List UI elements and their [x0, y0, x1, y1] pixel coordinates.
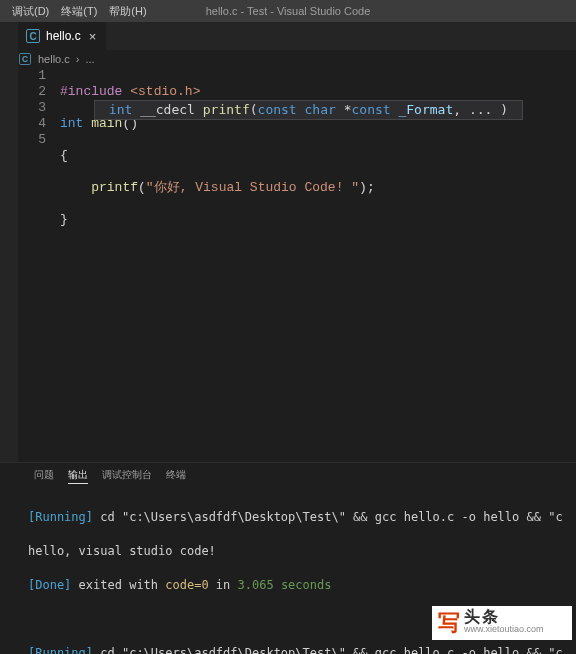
code-token: int	[60, 116, 83, 131]
term-text: exited with	[71, 578, 165, 592]
panel-tab-debug[interactable]: 调试控制台	[102, 467, 152, 484]
watermark-url: www.xietoutiao.com	[464, 623, 544, 635]
hint-token: const	[258, 102, 297, 117]
watermark-title: 头条	[464, 611, 544, 623]
line-number: 4	[18, 116, 46, 132]
panel-tab-problems[interactable]: 问题	[34, 467, 54, 484]
term-text: cd "c:\Users\asdfdf\Desktop\Test\" && gc…	[93, 646, 563, 654]
breadcrumb-more: ...	[85, 53, 94, 65]
panel-tab-terminal[interactable]: 终端	[166, 467, 186, 484]
editor-tabs: C hello.c ×	[0, 22, 576, 50]
line-number: 2	[18, 84, 46, 100]
hint-token: , ... )	[453, 102, 516, 117]
code-indent	[60, 180, 91, 195]
breadcrumb-file: hello.c	[38, 53, 70, 65]
panel-tabs: 问题 输出 调试控制台 终端	[0, 463, 576, 488]
menu-terminal[interactable]: 终端(T)	[55, 4, 103, 19]
code-token: <stdio.h>	[122, 84, 200, 99]
hint-token: char	[297, 102, 336, 117]
code-token: {	[60, 148, 68, 163]
hint-token: __cdecl	[132, 102, 202, 117]
hint-token: _Format	[391, 102, 454, 117]
hint-token: const	[352, 102, 391, 117]
term-text: cd "c:\Users\asdfdf\Desktop\Test\" && gc…	[93, 510, 563, 524]
signature-hint: int __cdecl printf(const char *const _Fo…	[94, 100, 523, 120]
c-file-icon: C	[19, 53, 31, 65]
code-token: }	[60, 212, 68, 227]
code-editor[interactable]: 1 2 3 4 5 #include <stdio.h> int main() …	[0, 68, 576, 462]
hint-token: *	[336, 102, 352, 117]
menu-help[interactable]: 帮助(H)	[103, 4, 152, 19]
window-title: hello.c - Test - Visual Studio Code	[206, 5, 371, 17]
code-token: printf	[91, 180, 138, 195]
term-tag: [Done]	[28, 578, 71, 592]
hint-token: (	[250, 102, 258, 117]
term-tag: [Running]	[28, 510, 93, 524]
watermark: 写 头条 www.xietoutiao.com	[432, 606, 572, 640]
line-number: 5	[18, 132, 46, 148]
code-token: #include	[60, 84, 122, 99]
code-token: (	[138, 180, 146, 195]
panel-tab-output[interactable]: 输出	[68, 467, 88, 484]
term-tag: [Running]	[28, 646, 93, 654]
line-number: 1	[18, 68, 46, 84]
close-icon[interactable]: ×	[87, 29, 99, 44]
breadcrumb[interactable]: C hello.c › ...	[0, 50, 576, 68]
menu-debug[interactable]: 调试(D)	[6, 4, 55, 19]
code-token: );	[359, 180, 375, 195]
line-number: 3	[18, 100, 46, 116]
watermark-logo-icon: 写	[438, 608, 460, 638]
c-file-icon: C	[26, 29, 40, 43]
code-token: "你好, Visual Studio Code! "	[146, 180, 359, 195]
code-area[interactable]: #include <stdio.h> int main() { printf("…	[60, 68, 375, 462]
chevron-right-icon: ›	[76, 53, 80, 65]
menu-bar: 调试(D) 终端(T) 帮助(H) hello.c - Test - Visua…	[0, 0, 576, 22]
line-gutter: 1 2 3 4 5	[18, 68, 60, 462]
term-text: 3.065 seconds	[238, 578, 332, 592]
term-text: code=0	[165, 578, 208, 592]
hint-token: printf	[203, 102, 250, 117]
term-text: in	[209, 578, 238, 592]
term-text: hello, visual studio code!	[28, 543, 576, 560]
hint-token: int	[101, 102, 132, 117]
tab-filename: hello.c	[46, 29, 81, 43]
tab-hello-c[interactable]: C hello.c ×	[18, 22, 106, 50]
